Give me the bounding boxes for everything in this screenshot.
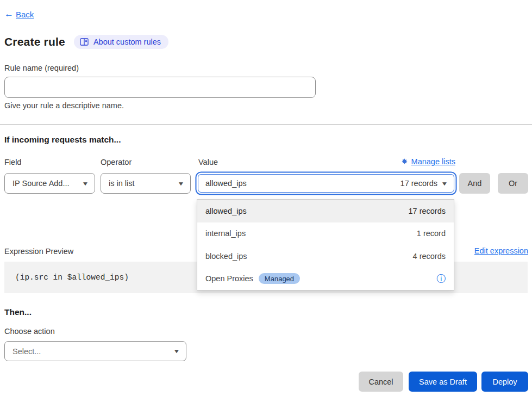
edit-expression-link[interactable]: Edit expression: [474, 246, 528, 255]
chevron-down-icon: ▼: [82, 181, 89, 187]
chevron-down-icon: ▼: [173, 348, 180, 354]
back-label: Back: [16, 10, 34, 19]
list-item[interactable]: internal_ips1 record: [197, 222, 454, 245]
list-dropdown: allowed_ips17 recordsinternal_ips1 recor…: [197, 199, 454, 290]
operator-select[interactable]: is in list ▼: [101, 173, 191, 194]
and-button[interactable]: And: [459, 173, 490, 194]
back-arrow-icon: ←: [4, 9, 14, 20]
rule-name-input[interactable]: [4, 77, 316, 98]
back-link[interactable]: ← Back: [4, 9, 34, 20]
about-custom-rules-label: About custom rules: [93, 38, 161, 46]
list-item[interactable]: Open ProxiesManagedⓘ: [197, 268, 454, 290]
field-label: Field: [4, 158, 21, 166]
list-item-name: allowed_ips: [205, 207, 247, 215]
list-item[interactable]: allowed_ips17 records: [197, 200, 454, 222]
expression-preview-label: Expression Preview: [4, 247, 73, 256]
section-divider: [0, 124, 532, 125]
or-button[interactable]: Or: [498, 173, 528, 194]
field-select-value: IP Source Add...: [12, 179, 70, 188]
deploy-button[interactable]: Deploy: [481, 372, 528, 392]
list-item-record-count: 17 records: [408, 207, 446, 215]
value-select-records: 17 records: [400, 179, 438, 188]
cancel-button[interactable]: Cancel: [359, 372, 403, 392]
choose-action-label: Choose action: [4, 327, 55, 336]
value-select[interactable]: allowed_ips 17 records ▼: [198, 174, 454, 193]
list-item-record-count: 1 record: [417, 229, 446, 238]
list-item[interactable]: blocked_ips4 records: [197, 245, 454, 268]
chevron-down-icon: ▼: [177, 181, 184, 187]
rule-name-label: Rule name (required): [4, 64, 79, 72]
book-icon: [80, 38, 89, 46]
create-rule-page: ← Back Create rule About custom rules Ru…: [0, 0, 532, 402]
operator-label: Operator: [101, 158, 132, 166]
page-title: Create rule: [4, 35, 65, 48]
action-select-placeholder: Select...: [12, 347, 41, 356]
list-item-record-count: 4 records: [413, 252, 446, 261]
about-custom-rules-link[interactable]: About custom rules: [74, 35, 168, 49]
field-select[interactable]: IP Source Add... ▼: [4, 173, 95, 194]
operator-select-value: is in list: [109, 179, 135, 188]
list-item-name: internal_ips: [205, 229, 246, 238]
managed-badge: Managed: [259, 273, 300, 284]
match-section-heading: If incoming requests match...: [4, 135, 121, 145]
gear-icon: [400, 158, 408, 165]
info-icon[interactable]: ⓘ: [437, 274, 446, 283]
save-as-draft-button[interactable]: Save as Draft: [409, 372, 477, 392]
list-item-name: blocked_ips: [205, 252, 247, 261]
title-row: Create rule About custom rules: [4, 35, 168, 49]
manage-lists-label: Manage lists: [411, 157, 455, 166]
value-select-name: allowed_ips: [205, 179, 247, 188]
manage-lists[interactable]: Manage lists: [197, 157, 455, 166]
then-section-heading: Then...: [4, 307, 32, 317]
chevron-down-icon: ▼: [441, 181, 448, 187]
action-select[interactable]: Select... ▼: [4, 341, 186, 361]
list-item-name: Open Proxies: [205, 274, 253, 283]
rule-name-help: Give your rule a descriptive name.: [4, 101, 124, 110]
